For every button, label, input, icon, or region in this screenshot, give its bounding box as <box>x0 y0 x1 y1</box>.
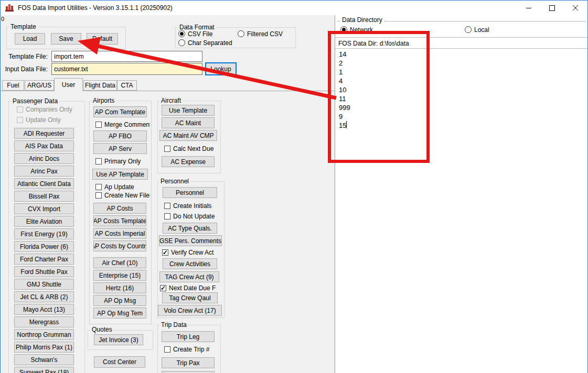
btn-northrop-grumman[interactable]: Northrop Grumman <box>14 329 74 340</box>
checkbox-icon <box>164 203 170 209</box>
do-not-update-checkbox[interactable]: Do Not Update <box>164 213 223 220</box>
btn-first-energy[interactable]: First Energy (19) <box>14 228 74 239</box>
tab-arg-us[interactable]: ARG/US <box>25 80 54 91</box>
btn-mayo-acct[interactable]: Mayo Acct (13) <box>14 304 74 315</box>
btn-crew-activities[interactable]: Crew Activities <box>163 258 217 269</box>
btn-meregrass[interactable]: Meregrass <box>14 316 74 327</box>
update-only-checkbox[interactable]: Update Only <box>17 116 82 124</box>
btn-ais-pax-data[interactable]: AIS Pax Data <box>14 140 74 151</box>
import-values-list[interactable]: 14 2 1 4 10 11 999 9 15 <box>339 50 423 130</box>
btn-use-template[interactable]: Use Template <box>162 105 215 116</box>
local-radio[interactable]: Local <box>465 26 489 34</box>
next-date-due-checkbox[interactable]: Next Date Due F <box>160 284 223 292</box>
btn-enterprise[interactable]: Enterprise (15) <box>93 270 146 281</box>
minimize-button[interactable] <box>517 1 540 15</box>
ap-update-checkbox[interactable]: Ap Update <box>95 183 150 191</box>
btn-florida-power[interactable]: Florida Power (6) <box>14 241 74 252</box>
calc-next-due-checkbox[interactable]: Calc Next Due <box>164 145 220 152</box>
network-label: Network <box>350 26 373 34</box>
btn-ap-fbo[interactable]: AP FBO <box>93 130 147 141</box>
airports-title: Airports <box>91 97 116 104</box>
verify-crew-act-checkbox[interactable]: Verify Crew Act <box>162 249 223 256</box>
list-item: 15 <box>339 121 423 130</box>
btn-jet-cl-arb[interactable]: Jet CL & ARB (2) <box>14 291 74 302</box>
btn-schwans[interactable]: Schwan's <box>14 354 74 365</box>
btn-air-chef[interactable]: Air Chef (10) <box>93 257 146 268</box>
btn-personnel[interactable]: Personnel <box>163 187 217 198</box>
filtered-csv-radio[interactable]: Filtered CSV <box>238 30 283 38</box>
companies-only-checkbox[interactable]: Companies Only <box>17 106 82 113</box>
create-initials-checkbox[interactable]: Create Initials <box>164 202 223 210</box>
maximize-button[interactable] <box>540 1 564 15</box>
btn-philip-morris-pax[interactable]: Philip Morris Pax (1) <box>14 342 74 353</box>
calc-next-due-label: Calc Next Due <box>173 145 213 152</box>
checkbox-icon <box>17 117 23 123</box>
btn-trip-leg[interactable]: Trip Leg <box>162 331 215 342</box>
template-group-title: Template <box>9 24 38 30</box>
btn-trip-pax[interactable]: Trip Pax <box>162 357 215 368</box>
btn-use-ap-template[interactable]: Use AP Template <box>92 169 148 180</box>
btn-ford-shuttle-pax[interactable]: Ford Shuttle Pax <box>14 266 74 277</box>
template-file-label: Template File: <box>6 53 48 60</box>
btn-arinc-docs[interactable]: Arinc Docs <box>14 153 74 164</box>
btn-trip-partial[interactable] <box>162 371 215 373</box>
btn-jet-invoice[interactable]: Jet Invoice (3) <box>94 334 143 345</box>
btn-atlantic-client-data[interactable]: Atlantic Client Data <box>14 178 74 189</box>
network-radio[interactable]: Network <box>340 26 373 34</box>
list-item: 2 <box>339 59 423 68</box>
template-file-input[interactable]: import.tem <box>51 51 202 62</box>
btn-gse-pers-comments[interactable]: GSE Pers. Comments <box>159 235 222 246</box>
lookup-button[interactable]: Lookup <box>205 62 237 75</box>
list-item: 1 <box>339 68 423 76</box>
list-item: 10 <box>339 85 423 94</box>
btn-gmj-shuttle[interactable]: GMJ Shuttle <box>14 279 74 290</box>
btn-cost-center[interactable]: Cost Center <box>94 356 145 368</box>
btn-hertz[interactable]: Hertz (16) <box>93 282 146 293</box>
btn-ap-serv[interactable]: AP Serv <box>93 143 147 154</box>
window-title: FOS Data Import Utilities - Version 3.15… <box>18 4 173 12</box>
tab-flight-data[interactable]: Flight Data <box>83 80 117 91</box>
btn-ac-maint-av-cmp[interactable]: AC Maint AV CMP <box>159 130 217 141</box>
verify-crew-act-label: Verify Crew Act <box>171 249 213 256</box>
list-item: 999 <box>339 103 423 112</box>
btn-volo-crew-act[interactable]: Volo Crew Act (17) <box>158 305 222 316</box>
merge-comment-checkbox[interactable]: Merge Comment <box>95 121 150 128</box>
close-button[interactable] <box>564 1 587 15</box>
btn-ap-costs-imperial[interactable]: AP Costs Imperial <box>93 228 146 239</box>
default-button[interactable]: Default <box>87 33 118 45</box>
local-label: Local <box>474 26 489 34</box>
save-button[interactable]: Save <box>51 33 81 45</box>
trip-data-title: Trip Data <box>159 322 188 328</box>
btn-arinc-pax[interactable]: Arinc Pax <box>14 166 74 177</box>
btn-adi-requester[interactable]: ADI Requester <box>14 128 74 139</box>
btn-ford-charter-pax[interactable]: Ford Charter Pax <box>14 254 74 265</box>
load-button[interactable]: Load <box>15 33 45 45</box>
checkbox-icon <box>95 192 102 199</box>
btn-elite-aviation[interactable]: Elite Aviation <box>14 216 74 227</box>
primary-only-checkbox[interactable]: Primary Only <box>95 158 150 165</box>
csv-file-radio[interactable]: CSV File <box>178 30 212 38</box>
btn-tag-crew-act[interactable]: TAG Crew Act (9) <box>159 271 219 282</box>
create-trip-num-checkbox[interactable]: Create Trip # <box>164 346 219 353</box>
btn-bissell-pax[interactable]: Bissell Pax <box>14 191 74 202</box>
btn-ap-costs-by-country[interactable]: AP Costs by Country <box>93 240 146 251</box>
btn-ac-expense[interactable]: AC Expense <box>162 156 215 167</box>
btn-tag-crew-qaul[interactable]: Tag Crew Qaul <box>162 292 218 303</box>
create-new-files-checkbox[interactable]: Create New Files <box>95 192 150 199</box>
tab-user[interactable]: User <box>54 78 83 91</box>
btn-ap-costs-template[interactable]: AP Costs Template <box>93 215 146 226</box>
tab-cta[interactable]: CTA <box>117 80 137 91</box>
tab-fuel[interactable]: Fuel <box>2 80 24 91</box>
btn-ap-com-template[interactable]: AP Com Template <box>93 106 147 117</box>
input-data-file-value: customer.txt <box>54 65 88 73</box>
btn-ap-op-msg-temp[interactable]: AP Op Msg Tem <box>93 308 146 319</box>
input-data-file-input[interactable]: customer.txt <box>51 63 202 75</box>
btn-ac-type-quals[interactable]: AC Type Quals. <box>163 223 217 234</box>
create-initials-label: Create Initials <box>173 202 211 210</box>
btn-ap-costs[interactable]: AP Costs <box>93 203 146 214</box>
btn-ap-op-msg[interactable]: AP Op Msg <box>93 295 146 306</box>
btn-cvx-import[interactable]: CVX Import <box>14 203 74 214</box>
btn-sunwest-pax[interactable]: Sunwest Pax (18) <box>14 367 74 373</box>
btn-ac-maint[interactable]: AC Maint <box>162 117 215 128</box>
char-separated-radio[interactable]: Char Separated <box>178 39 232 47</box>
